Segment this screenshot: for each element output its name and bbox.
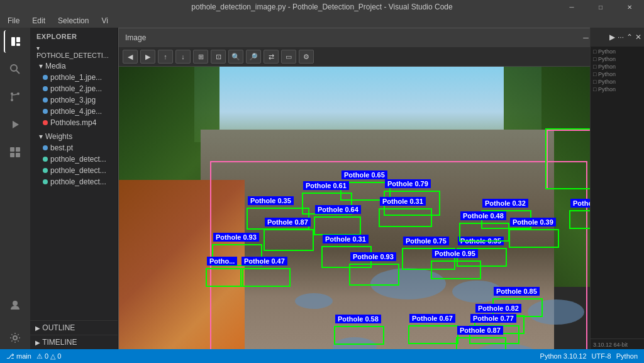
detection-label-19: Pothole 0.85 bbox=[494, 287, 540, 296]
zoom-out-btn[interactable]: 🔎 bbox=[246, 50, 261, 64]
menu-selection[interactable]: Selection bbox=[55, 15, 91, 26]
settings-btn[interactable]: ⚙ bbox=[299, 50, 314, 64]
detection-label-13: Pothole 0.32 bbox=[482, 199, 528, 208]
detection-box-5: Pothole 0.31 bbox=[379, 208, 432, 227]
detection-label-22: Pothole 0.67 bbox=[409, 314, 455, 323]
activity-explorer[interactable] bbox=[4, 30, 26, 53]
detection-label-3: Pothole 0.35 bbox=[248, 196, 294, 205]
weights-folder[interactable]: ▾ Weights bbox=[30, 131, 118, 142]
file-pothole-detect1[interactable]: pothole_detect... bbox=[30, 154, 118, 165]
maximize-button[interactable]: □ bbox=[586, 0, 615, 14]
detection-label-7: Pothole 0.93 bbox=[213, 233, 259, 242]
file-pothole-detect2[interactable]: pothole_detect... bbox=[30, 165, 118, 176]
activity-account[interactable] bbox=[4, 294, 26, 316]
detection-label-14: Pothole 0.48 bbox=[460, 211, 506, 220]
menu-edit[interactable]: Edit bbox=[30, 15, 48, 26]
detection-label-20: Pothole 0.82 bbox=[475, 304, 521, 313]
file-icon bbox=[43, 179, 48, 184]
svg-point-3 bbox=[11, 65, 17, 71]
run-icon[interactable]: ▶ bbox=[609, 33, 615, 42]
right-panel-item-6: □ Python bbox=[592, 86, 643, 93]
detection-label-12: Pothole 0.95 bbox=[432, 249, 478, 258]
window-controls: ─ □ ✕ bbox=[557, 0, 644, 14]
svg-point-6 bbox=[11, 99, 13, 101]
detection-label-16: Pothole 0.5 bbox=[570, 199, 590, 208]
frame-btn[interactable]: ▭ bbox=[281, 50, 296, 64]
detection-box-15: Pothole 0.39 bbox=[509, 229, 559, 248]
right-panel-item-2: □ Python bbox=[592, 55, 643, 63]
detection-box-4: Pothole 0.64 bbox=[314, 216, 361, 235]
view-grid-btn[interactable]: ⊞ bbox=[193, 50, 208, 64]
detection-label-17: Potho... bbox=[207, 257, 237, 265]
svg-rect-9 bbox=[10, 147, 14, 152]
detection-box-22: Pothole 0.67 bbox=[408, 325, 458, 344]
detection-label-8: Pothole 0.31 bbox=[323, 235, 369, 243]
view-single-btn[interactable]: ⊡ bbox=[211, 50, 226, 64]
file-best-pt[interactable]: best.pt bbox=[30, 142, 118, 154]
file-pothole2[interactable]: pothole_2.jpe... bbox=[30, 83, 118, 94]
detection-box-12: Pothole 0.95 bbox=[431, 260, 481, 279]
svg-point-14 bbox=[13, 336, 17, 340]
status-encoding: UTF-8 bbox=[592, 352, 611, 360]
detection-label-9: Pothole 0.93 bbox=[350, 252, 396, 261]
file-icon bbox=[43, 157, 48, 162]
detection-label-4: Pothole 0.64 bbox=[315, 205, 361, 214]
green-box-top-right bbox=[545, 128, 590, 189]
panel-close[interactable]: ✕ bbox=[635, 33, 641, 42]
file-pothole4[interactable]: pothole_4.jpe... bbox=[30, 106, 118, 117]
nav-back-btn[interactable]: ◀ bbox=[123, 50, 138, 64]
timeline-section[interactable]: ▶ TIMELINE bbox=[30, 335, 118, 349]
menu-file[interactable]: File bbox=[5, 15, 22, 26]
file-potholes-mp4[interactable]: Potholes.mp4 bbox=[30, 117, 118, 128]
svg-rect-0 bbox=[11, 37, 15, 46]
close-button[interactable]: ✕ bbox=[615, 0, 644, 14]
right-panel-item-1: □ Python bbox=[592, 48, 643, 55]
panel-more[interactable]: ··· bbox=[618, 33, 624, 42]
zoom-fit-btn[interactable]: ↑ bbox=[158, 50, 173, 64]
panel-expand[interactable]: ⌃ bbox=[626, 33, 633, 42]
media-folder[interactable]: ▾ Media bbox=[30, 60, 118, 72]
zoom-in-btn[interactable]: 🔍 bbox=[228, 50, 243, 64]
detection-box-9: Pothole 0.93 bbox=[349, 264, 399, 286]
detection-label-2: Pothole 0.61 bbox=[303, 181, 349, 190]
detection-label-24: Pothole 0.87 bbox=[457, 326, 503, 335]
activity-extensions[interactable] bbox=[4, 141, 26, 164]
detection-label-1: Pothole 0.79 bbox=[385, 179, 431, 188]
right-panel-item-4: □ Python bbox=[592, 70, 643, 78]
file-pothole3[interactable]: pothole_3.jpg bbox=[30, 94, 118, 106]
right-panel: ▶ ··· ⌃ ✕ □ Python □ Python □ Python □ P… bbox=[590, 28, 644, 349]
status-python-ver: Python 3.10.12 bbox=[540, 352, 587, 360]
file-pothole-detect3[interactable]: pothole_detect... bbox=[30, 176, 118, 187]
activity-settings[interactable] bbox=[4, 327, 26, 349]
file-icon bbox=[43, 75, 48, 80]
file-pothole1[interactable]: pothole_1.jpe... bbox=[30, 72, 118, 83]
status-bar: ⎇ main ⚠ 0 △ 0 Python 3.10.12 UTF-8 Pyth… bbox=[0, 349, 644, 363]
detection-box-17: Potho... bbox=[206, 268, 243, 287]
activity-git[interactable] bbox=[4, 86, 26, 108]
svg-rect-1 bbox=[16, 37, 20, 42]
activity-search[interactable] bbox=[4, 58, 26, 81]
outline-section[interactable]: ▶ OUTLINE bbox=[30, 320, 118, 335]
status-right: Python 3.10.12 UTF-8 Python bbox=[540, 352, 638, 360]
image-viewer: Image ─ □ ✕ ◀ ▶ ↑ ↓ ⊞ ⊡ 🔍 🔎 ⇄ ▭ ⚙ bbox=[118, 28, 590, 349]
detection-label-23: Pothole 0.77 bbox=[470, 314, 516, 323]
activity-debug[interactable] bbox=[4, 113, 26, 136]
detection-box-21: Pothole 0.58 bbox=[334, 326, 384, 345]
zoom-down-btn[interactable]: ↓ bbox=[175, 50, 191, 64]
nav-forward-btn[interactable]: ▶ bbox=[140, 50, 155, 64]
file-icon bbox=[43, 109, 48, 114]
detection-label-21: Pothole 0.58 bbox=[335, 315, 381, 323]
sidebar: EXPLORER ▾ POTHOLE_DETECTI... ▾ Media po… bbox=[30, 28, 118, 349]
title-bar: pothole_detection_image.py - Pothole_Det… bbox=[0, 0, 644, 14]
main-layout: EXPLORER ▾ POTHOLE_DETECTI... ▾ Media po… bbox=[0, 28, 644, 349]
detection-label-5: Pothole 0.31 bbox=[380, 197, 426, 206]
flip-h-btn[interactable]: ⇄ bbox=[264, 50, 279, 64]
svg-rect-2 bbox=[16, 43, 20, 46]
viewer-minimize[interactable]: ─ bbox=[583, 33, 589, 42]
svg-marker-8 bbox=[13, 121, 19, 128]
menu-view[interactable]: Vi bbox=[99, 15, 110, 26]
project-root[interactable]: ▾ POTHOLE_DETECTI... bbox=[30, 43, 118, 60]
minimize-button[interactable]: ─ bbox=[557, 0, 586, 14]
svg-rect-10 bbox=[16, 147, 20, 152]
menu-bar: File Edit Selection Vi bbox=[0, 14, 644, 28]
